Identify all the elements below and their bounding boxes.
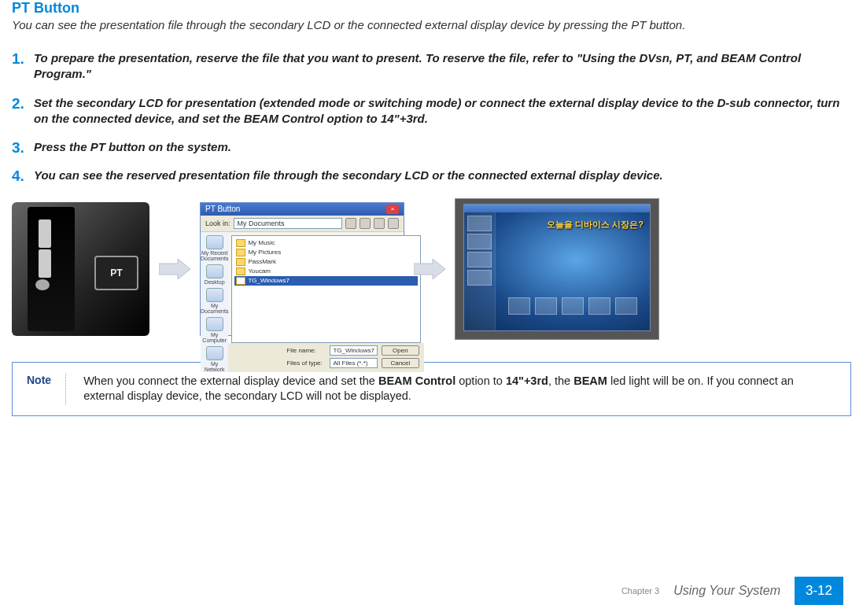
slide-card bbox=[508, 297, 530, 315]
arrow-icon-1 bbox=[159, 257, 190, 281]
pt-button-callout: PT bbox=[94, 256, 138, 290]
sidebar-mydocs[interactable]: My Documents bbox=[201, 288, 228, 314]
slide-card bbox=[562, 297, 584, 315]
note-bold-beamcontrol: BEAM Control bbox=[378, 374, 455, 387]
dialog-title-text: PT Button bbox=[205, 205, 240, 213]
step-3-text-c: button on the system. bbox=[105, 140, 231, 153]
footer-page-number: 3-12 bbox=[795, 577, 843, 605]
dialog-topbar: Look in: My Documents bbox=[201, 216, 404, 232]
intro-text: You can see the presentation file throug… bbox=[12, 18, 851, 31]
slide-thumb bbox=[467, 270, 492, 286]
note-bold-beam: BEAM bbox=[573, 374, 607, 387]
file-label: My Music bbox=[248, 239, 275, 246]
file-label: Youcam bbox=[248, 267, 271, 275]
slide-thumb bbox=[467, 216, 492, 231]
file-icon bbox=[236, 277, 245, 285]
sidebar-mycomp-label: My Computer bbox=[202, 332, 227, 343]
section-title: PT Button bbox=[12, 0, 851, 17]
close-icon[interactable]: × bbox=[386, 205, 399, 214]
step-4-text: You can see the reserved presentation fi… bbox=[34, 168, 663, 182]
note-t1: When you connect the external display de… bbox=[83, 374, 378, 387]
file-label: TG_Windows7 bbox=[248, 277, 289, 284]
slide-card bbox=[588, 297, 610, 315]
recent-icon bbox=[206, 235, 223, 249]
arrow-icon-2 bbox=[414, 257, 445, 281]
folder-icon bbox=[236, 249, 245, 256]
dialog-titlebar: PT Button × bbox=[201, 203, 404, 216]
page-footer: Chapter 3 Using Your System 3-12 bbox=[621, 577, 843, 605]
footer-chapter: Chapter 3 bbox=[621, 586, 659, 596]
look-in-dropdown[interactable]: My Documents bbox=[234, 218, 342, 229]
file-item-mypictures[interactable]: My Pictures bbox=[234, 248, 417, 257]
step-3-text-a: Press the bbox=[34, 140, 90, 153]
sidebar-recent[interactable]: My Recent Documents bbox=[201, 235, 228, 261]
file-item-youcam[interactable]: Youcam bbox=[234, 267, 417, 276]
step-2: Set the secondary LCD for presentation (… bbox=[12, 95, 851, 127]
step-1-text: To prepare the presentation, reserve the… bbox=[34, 51, 801, 80]
sidebar-mynet-label: My Network bbox=[205, 361, 225, 372]
note-text: When you connect the external display de… bbox=[83, 374, 836, 404]
slide-thumb bbox=[467, 252, 492, 267]
folder-icon bbox=[236, 258, 245, 266]
cancel-button[interactable]: Cancel bbox=[382, 358, 419, 368]
filetype-dropdown[interactable]: All Files (*.*) bbox=[330, 358, 377, 368]
svg-marker-1 bbox=[414, 259, 445, 279]
mynet-icon bbox=[206, 346, 223, 360]
preview-slide-strip bbox=[464, 212, 496, 330]
slide-cards bbox=[503, 297, 642, 315]
file-item-mymusic[interactable]: My Music bbox=[234, 238, 417, 248]
folder-icon bbox=[236, 267, 245, 275]
folder-icon bbox=[236, 239, 245, 247]
step-2-bold-beam: BEAM Control bbox=[244, 112, 324, 125]
mycomp-icon bbox=[206, 317, 223, 331]
device-side-strip bbox=[28, 207, 75, 331]
file-list-pane[interactable]: My Music My Pictures PassMark Youcam TG_… bbox=[231, 235, 420, 343]
footer-title: Using Your System bbox=[673, 584, 780, 598]
pt-button-on-device bbox=[35, 279, 50, 290]
sidebar-desktop-label: Desktop bbox=[205, 279, 225, 285]
slide-thumb bbox=[467, 234, 492, 249]
preview-window: 오늘을 디바이스 시장은? bbox=[463, 204, 651, 331]
filename-label: File name: bbox=[286, 347, 326, 354]
filename-input[interactable]: TG_Windows7 bbox=[330, 345, 377, 356]
step-2-text-c: option to bbox=[323, 112, 380, 125]
step-2-text-e: . bbox=[425, 112, 428, 125]
slide-card bbox=[535, 297, 557, 315]
device-photo: PT bbox=[12, 202, 149, 336]
filetype-label: Files of type: bbox=[286, 360, 326, 367]
note-label: Note bbox=[27, 374, 66, 404]
dialog-bottom: File name: TG_Windows7 Open Files of typ… bbox=[228, 343, 423, 372]
look-in-label: Look in: bbox=[205, 219, 231, 227]
step-4: You can see the reserved presentation fi… bbox=[12, 168, 851, 183]
views-icon[interactable] bbox=[388, 218, 399, 229]
dialog-sidebar: My Recent Documents Desktop My Documents… bbox=[201, 232, 228, 372]
preview-content: 오늘을 디바이스 시장은? bbox=[464, 212, 650, 330]
open-button[interactable]: Open bbox=[382, 345, 419, 356]
back-icon[interactable] bbox=[345, 218, 356, 229]
image-row: PT PT Button × Look in: My Documents My … bbox=[12, 198, 851, 340]
file-item-selected[interactable]: TG_Windows7 bbox=[234, 276, 417, 286]
sidebar-desktop[interactable]: Desktop bbox=[205, 264, 225, 285]
note-bold-size: 14"+3rd bbox=[506, 374, 548, 387]
steps-list: To prepare the presentation, reserve the… bbox=[12, 50, 851, 184]
file-open-dialog: PT Button × Look in: My Documents My Rec… bbox=[200, 202, 404, 336]
slide-title-text: 오늘을 디바이스 시장은? bbox=[547, 219, 644, 231]
sidebar-mycomp[interactable]: My Computer bbox=[201, 317, 228, 343]
sidebar-mydocs-label: My Documents bbox=[201, 303, 228, 314]
step-1: To prepare the presentation, reserve the… bbox=[12, 50, 851, 83]
sidebar-recent-label: My Recent Documents bbox=[201, 250, 228, 261]
step-2-bold-size: 14"+3rd bbox=[381, 112, 425, 125]
step-2-text-a: Set the secondary LCD for presentation (… bbox=[34, 96, 839, 125]
slide-card bbox=[615, 297, 637, 315]
preview-titlebar bbox=[464, 205, 650, 212]
sidebar-mynet[interactable]: My Network bbox=[201, 346, 228, 372]
preview-main-slide: 오늘을 디바이스 시장은? bbox=[496, 212, 650, 330]
file-label: PassMark bbox=[248, 258, 276, 265]
newfolder-icon[interactable] bbox=[374, 218, 385, 229]
file-item-passmark[interactable]: PassMark bbox=[234, 257, 417, 267]
note-t5: , the bbox=[548, 374, 573, 387]
note-t3: option to bbox=[455, 374, 506, 387]
step-3-bold-pt: PT bbox=[90, 140, 105, 153]
up-icon[interactable] bbox=[360, 218, 371, 229]
step-3: Press the PT button on the system. bbox=[12, 139, 851, 155]
